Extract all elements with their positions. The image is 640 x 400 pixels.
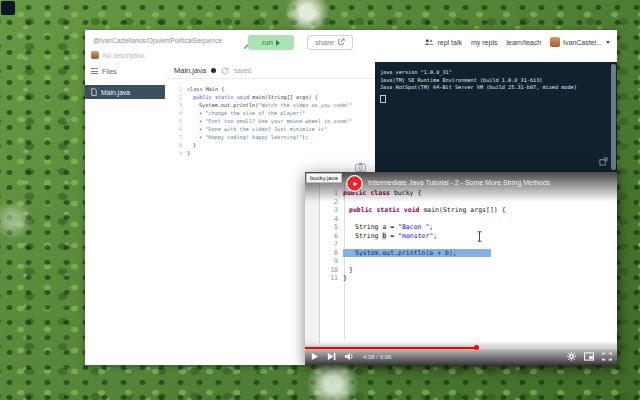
line-content: + "Done with the video? Just minimize it…: [187, 125, 327, 133]
editor-tab-main-java[interactable]: Main.java: [174, 66, 206, 75]
file-name: Main.java: [101, 89, 130, 96]
code-line[interactable]: 3System.out.println("Watch the video as …: [165, 101, 375, 109]
code-line[interactable]: 5+ "Font too small? Use your mouse wheel…: [165, 117, 375, 125]
code-line[interactable]: 8System.out.println(a + b);: [305, 249, 617, 258]
line-content: }: [343, 274, 347, 283]
repl-description-row: No description: [91, 51, 145, 59]
video-code-content: 1public class bucky {23public static voi…: [305, 189, 617, 283]
video-buttons-row: 4:58 / 9:06: [310, 350, 612, 363]
code-line[interactable]: 6+ "Done with the video? Just minimize i…: [165, 125, 375, 133]
desktop-background: @IvanCastellanos/OpulentPoliticalSequenc…: [0, 0, 640, 400]
line-number: 8: [305, 249, 343, 258]
editor-tab-row: Main.java saved: [165, 62, 375, 79]
line-number: 7: [165, 133, 187, 141]
code-editor[interactable]: 1class Main {2public static void main(St…: [165, 79, 375, 157]
code-line[interactable]: 3public static void main(String args[]) …: [305, 206, 617, 215]
code-line[interactable]: 11}: [305, 274, 617, 283]
code-line[interactable]: 2public static void main(String[] args) …: [165, 93, 375, 101]
code-line[interactable]: 7+ "Happy coding! happy learning!");: [165, 133, 375, 141]
code-line[interactable]: 8}: [165, 141, 375, 149]
fullscreen-button[interactable]: [602, 352, 612, 361]
text-cursor-icon: [476, 228, 483, 246]
line-content: String a = "Bacon ";: [343, 223, 433, 232]
line-number: 7: [305, 240, 343, 249]
nav-my-repls[interactable]: my repls: [471, 39, 497, 46]
line-content: String b = "monster";: [343, 232, 437, 241]
video-progress-played: [305, 347, 477, 349]
next-button[interactable]: [327, 352, 336, 361]
code-line[interactable]: 10}: [305, 266, 617, 275]
code-line[interactable]: 1class Main {: [165, 85, 375, 93]
desktop-shortcut-icon[interactable]: [1, 1, 15, 15]
avatar: [550, 37, 560, 47]
line-content: public static void main(String args[]) {: [343, 206, 506, 215]
console-line: java version "1.8.0_31": [380, 69, 617, 77]
console-line: Java HotSpot(TM) 64-Bit Server VM (build…: [380, 84, 617, 92]
saved-status: saved: [234, 67, 251, 74]
files-panel-header: Files: [85, 62, 165, 79]
nav-my-repls-label: my repls: [471, 39, 497, 46]
nav-repl-talk-label: repl talk: [437, 39, 462, 46]
line-number: 4: [305, 215, 343, 224]
line-content: + "Happy coding! happy learning!");: [187, 133, 308, 141]
line-number: 5: [165, 117, 187, 125]
line-number: 8: [165, 141, 187, 149]
popout-icon[interactable]: [599, 157, 608, 169]
repl-description: No description: [103, 52, 145, 59]
console-cursor: [380, 95, 386, 104]
line-number: 5: [305, 223, 343, 232]
line-content: public static void main(String[] args) {: [187, 93, 318, 101]
code-line[interactable]: 5String a = "Bacon ";: [305, 223, 617, 232]
volume-button[interactable]: [344, 352, 355, 361]
code-line[interactable]: 6String b = "monster";: [305, 232, 617, 241]
code-line[interactable]: 4: [305, 215, 617, 224]
console-line: Java(TM) SE Runtime Environment (build 1…: [380, 77, 617, 85]
line-number: 10: [305, 266, 343, 275]
console-scrollbar[interactable]: [611, 64, 616, 170]
nav-learn-teach[interactable]: learn/teach: [506, 39, 541, 46]
nav-learn-teach-label: learn/teach: [506, 39, 541, 46]
presence-dot: [211, 68, 216, 73]
hamburger-icon[interactable]: [91, 67, 98, 75]
people-icon: [424, 38, 434, 47]
user-menu-label: IvanCastel...: [563, 39, 602, 46]
settings-button[interactable]: [567, 352, 576, 361]
line-number: 9: [305, 257, 343, 266]
line-content: + "Font too small? Use your mouse wheel …: [187, 117, 352, 125]
video-player: 1public class bucky {23public static voi…: [305, 172, 617, 365]
topbar: @IvanCastellanos/OpulentPoliticalSequenc…: [85, 30, 617, 63]
file-icon: [91, 88, 97, 97]
line-number: 2: [165, 93, 187, 101]
line-content: }: [343, 266, 353, 275]
line-content: + "change the size of the player!": [187, 109, 305, 117]
play-icon: [276, 40, 280, 46]
eclipse-file-tab-label: bucky.java: [310, 175, 338, 181]
video-title: Intermediate Java Tutorial - 2 - Some Mo…: [368, 179, 550, 186]
code-line[interactable]: 7: [305, 240, 617, 249]
files-panel-title: Files: [102, 68, 117, 75]
code-line[interactable]: 9}: [165, 149, 375, 157]
line-content: System.out.println(a + b);: [343, 249, 491, 258]
share-label: share: [315, 38, 334, 47]
code-line[interactable]: 9: [305, 257, 617, 266]
eclipse-file-tab: bucky.java: [306, 173, 342, 183]
video-controls: 4:58 / 9:06: [305, 341, 617, 365]
line-content: }: [187, 149, 190, 157]
share-button[interactable]: share: [307, 35, 353, 50]
line-content: }: [187, 141, 196, 149]
console-output: java version "1.8.0_31"Java(TM) SE Runti…: [380, 69, 617, 92]
run-button[interactable]: run: [248, 35, 294, 50]
miniplayer-button[interactable]: [584, 352, 594, 361]
repl-title: @IvanCastellanos/OpulentPoliticalSequenc…: [93, 37, 222, 44]
line-number: 3: [165, 101, 187, 109]
play-button[interactable]: [310, 352, 319, 361]
line-number: 3: [305, 206, 343, 215]
nav-repl-talk[interactable]: repl talk: [424, 38, 462, 47]
top-navigation: repl talk my repls learn/teach IvanCaste…: [424, 37, 610, 47]
video-progress-bar[interactable]: [305, 347, 617, 349]
video-time: 4:58 / 9:06: [363, 354, 391, 360]
line-number: 4: [165, 109, 187, 117]
file-item-main-java[interactable]: Main.java: [85, 85, 165, 99]
code-line[interactable]: 4+ "change the size of the player!": [165, 109, 375, 117]
user-menu[interactable]: IvanCastel...: [550, 37, 610, 47]
